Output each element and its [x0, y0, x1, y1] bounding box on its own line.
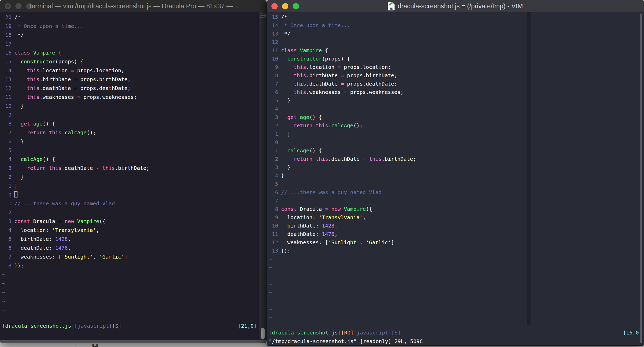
statusline-file-info: [dracula-screenshot.js][RO][javascript][…	[269, 328, 401, 337]
line-number: 8	[269, 71, 278, 80]
line-number: 1	[269, 146, 278, 155]
line-number: 12	[269, 38, 278, 46]
line-number: 13	[269, 247, 278, 255]
code-line: 4 calcAge() {	[2, 155, 259, 164]
code-line: 12 weaknesses: ['Sunlight', 'Garlic']	[269, 238, 644, 247]
vim-statusline: [dracula-screenshot.js][javascript][S] […	[2, 321, 257, 330]
tilde-row: ~	[2, 270, 259, 279]
code-line: 12	[269, 38, 644, 46]
code-area[interactable]: 15/*14 * Once upon a time...13 */1211cla…	[269, 13, 644, 330]
tilde-row: ~	[269, 313, 644, 322]
tilde-row: ~	[269, 288, 644, 297]
code-line: 6 this.weaknesses = props.weaknesses;	[269, 88, 644, 96]
vim-text-area[interactable]: 15/*14 * Once upon a time...13 */1211cla…	[267, 12, 644, 346]
line-number: 18	[2, 31, 11, 39]
code-line: 8 get age() {	[2, 119, 259, 128]
line-number: 10	[2, 101, 11, 110]
line-number: 8	[2, 119, 11, 128]
code-line: 8 this.birthDate = props.birthDate;	[269, 71, 644, 80]
code-line: 19 * Once upon a time...	[2, 22, 259, 31]
code-line: 5 birthDate: 1428,	[2, 235, 259, 243]
line-number: 4	[269, 105, 278, 113]
line-number: 2	[269, 155, 278, 163]
scrollbar-thumb[interactable]	[261, 328, 265, 339]
line-number: 2	[2, 208, 11, 217]
code-line: 15 constructor(props) {	[2, 57, 259, 66]
code-line: 1}	[2, 181, 259, 190]
line-number: 17	[2, 39, 11, 48]
line-number: 11	[269, 46, 278, 55]
code-line: 3 get age() {	[269, 113, 644, 121]
vim-text-area[interactable]: 20/*19 * Once upon a time...18 */1716cla…	[0, 12, 259, 343]
code-line: 6 deathDate: 1476,	[2, 243, 259, 252]
line-number: 6	[2, 243, 11, 252]
code-line: 1 calcAge() {	[269, 146, 644, 155]
code-line: 14 this.location = props.location;	[2, 66, 259, 75]
document-proxy-icon[interactable]: JS	[388, 2, 395, 10]
code-line: 4	[269, 105, 644, 113]
terminal-scrollbar[interactable]	[259, 12, 267, 340]
code-line: 1// ...there was a guy named Vlad	[2, 199, 259, 208]
line-number: 6	[2, 137, 11, 146]
tilde-row: ~	[2, 306, 259, 314]
code-line: 11 deathDate: 1476,	[269, 230, 644, 238]
vim-cursor	[14, 191, 17, 198]
line-number: 2	[2, 172, 11, 181]
code-line: 10 constructor(props) {	[269, 55, 644, 63]
tilde-row: ~	[269, 255, 644, 263]
code-line: 4 location: 'Transylvania',	[2, 226, 259, 235]
code-line: 9 location: 'Transylvania',	[269, 213, 644, 222]
line-number: 0	[269, 138, 278, 146]
tilde-row: ~	[2, 297, 259, 306]
background-window-divider	[75, 343, 75, 347]
code-line: 5 }	[269, 96, 644, 105]
code-line: 14 * Once upon a time...	[269, 21, 644, 29]
line-number: 3	[2, 164, 11, 172]
code-line: 18 */	[2, 31, 259, 39]
line-number: 9	[269, 213, 278, 222]
line-number: 13	[2, 75, 11, 84]
code-line: 3const Dracula = new Vampire({	[2, 217, 259, 226]
code-line: 7 return this.calcAge();	[2, 128, 259, 137]
code-line: 7	[269, 196, 644, 205]
code-line: 12 this.deathDate = props.deathDate;	[2, 84, 259, 93]
code-line: 11 this.weaknesses = props.weaknesses;	[2, 93, 259, 101]
line-number: 2	[269, 121, 278, 130]
code-line: 2 }	[2, 172, 259, 181]
macvim-titlebar[interactable]: JS dracula-screenshot.js = (/private/tmp…	[267, 0, 644, 13]
macvim-scrollbar[interactable]	[640, 13, 642, 343]
code-line: 6 }	[2, 137, 259, 146]
line-number: 14	[2, 66, 11, 75]
line-number: 1	[269, 130, 278, 138]
line-number: 12	[2, 84, 11, 93]
line-number: 4	[2, 226, 11, 235]
code-line: 8const Dracula = new Vampire({	[269, 205, 644, 213]
code-area[interactable]: 20/*19 * Once upon a time...18 */1716cla…	[2, 13, 259, 323]
line-number: 11	[2, 93, 11, 101]
tilde-row: ~	[269, 272, 644, 280]
code-line: 9 this.location = props.location;	[269, 63, 644, 71]
window-bottom-edge	[0, 340, 267, 343]
code-line: 13 this.birthDate = props.birthDate;	[2, 75, 259, 84]
line-number: 5	[269, 96, 278, 105]
line-number: 8	[2, 261, 11, 270]
vim-statusline: [dracula-screenshot.js][RO][javascript][…	[269, 328, 642, 337]
code-line: 5	[269, 180, 644, 188]
line-number: 8	[269, 205, 278, 213]
line-number: 4	[269, 171, 278, 180]
code-line: 0	[2, 190, 259, 199]
statusline-file-info: [dracula-screenshot.js][javascript][S]	[2, 321, 122, 330]
line-number: 9	[2, 110, 11, 119]
line-number: 12	[269, 238, 278, 247]
statusline-cursor-position: [16,0]	[623, 328, 642, 337]
tilde-row: ~	[2, 288, 259, 297]
terminal-titlebar[interactable]: Terminal — vim /tmp/dracula-screenshot.j…	[0, 0, 267, 13]
split-pane-icon[interactable]	[260, 14, 266, 18]
line-number: 7	[269, 80, 278, 88]
code-line: 17	[2, 39, 259, 48]
line-number: 3	[269, 113, 278, 121]
line-number: 7	[2, 252, 11, 261]
code-line: 3 return this.deathDate - this.birthDate…	[2, 164, 259, 172]
line-number: 4	[2, 155, 11, 164]
line-number: 5	[269, 180, 278, 188]
